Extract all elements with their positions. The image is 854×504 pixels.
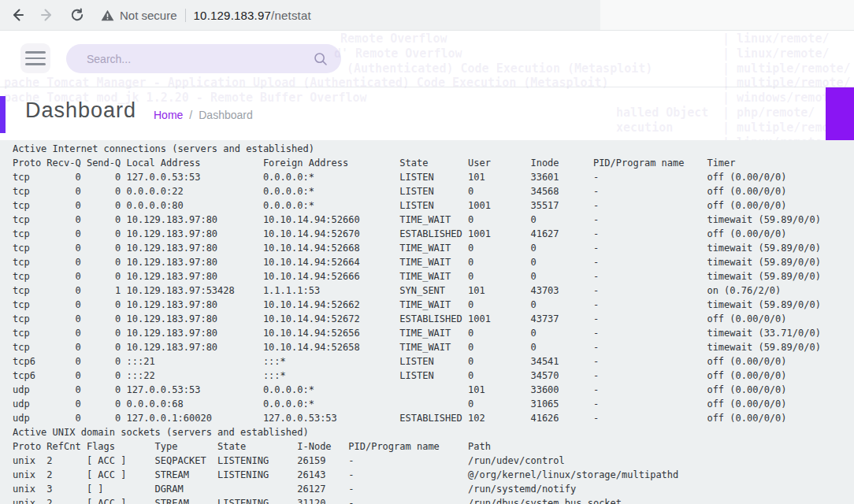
forward-button[interactable]	[35, 2, 60, 28]
back-arrow-icon	[9, 7, 25, 23]
reload-icon	[69, 7, 85, 23]
address-bar[interactable]: Not secure 10.129.183.97/netstat	[101, 9, 311, 22]
not-secure-badge[interactable]: Not secure	[101, 9, 177, 22]
forward-arrow-icon	[39, 7, 55, 23]
search-box	[66, 44, 341, 73]
breadcrumb-home-link[interactable]: Home	[154, 109, 183, 121]
page-title: Dashboard	[25, 98, 136, 123]
hamburger-button[interactable]	[20, 43, 50, 73]
breadcrumb-current: Dashboard	[199, 109, 253, 121]
toolbar-right-pane	[600, 0, 854, 30]
main-content: Active Internet connections (servers and…	[0, 140, 854, 504]
netstat-output: Active Internet connections (servers and…	[0, 140, 854, 504]
search-icon[interactable]	[313, 51, 329, 67]
reload-button[interactable]	[65, 2, 90, 28]
warning-icon	[101, 9, 114, 21]
breadcrumb: Home / Dashboard	[154, 109, 253, 121]
back-button[interactable]	[5, 2, 30, 28]
customizer-toggle-block[interactable]	[826, 87, 854, 140]
url-text: 10.129.183.97/netstat	[194, 9, 311, 22]
app-header	[0, 30, 854, 87]
menu-icon	[25, 51, 46, 54]
omnibox-divider	[185, 9, 186, 22]
url-path: /netstat	[271, 9, 311, 22]
page-title-strip: Dashboard Home / Dashboard	[0, 87, 854, 141]
title-accent-bar	[0, 96, 6, 133]
search-input[interactable]	[85, 52, 313, 66]
breadcrumb-separator: /	[189, 109, 192, 121]
security-label: Not secure	[120, 9, 177, 22]
url-host: 10.129.183.97	[194, 9, 272, 22]
browser-toolbar: Not secure 10.129.183.97/netstat	[0, 0, 854, 31]
